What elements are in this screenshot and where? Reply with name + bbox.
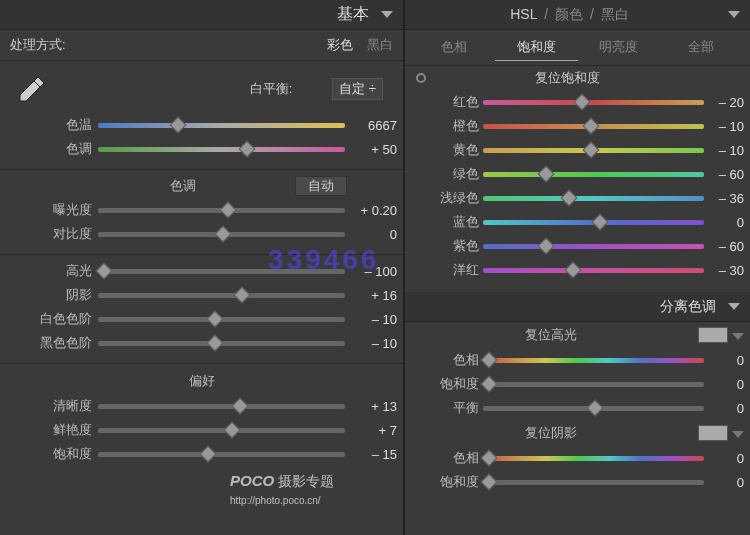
hsl-color-label: 红色 xyxy=(411,93,483,111)
whites-slider[interactable] xyxy=(98,311,345,327)
split-hi-sat-slider[interactable] xyxy=(483,376,704,392)
blacks-slider[interactable] xyxy=(98,335,345,351)
treatment-bw[interactable]: 黑白 xyxy=(367,37,393,52)
treatment-color[interactable]: 彩色 xyxy=(327,37,353,52)
clarity-label: 清晰度 xyxy=(6,397,98,415)
temp-value[interactable]: 6667 xyxy=(345,118,397,133)
split-lo-hue-value[interactable]: 0 xyxy=(704,451,744,466)
wb-section: 白平衡: 自定 ÷ 色温 6667 色调 + 50 xyxy=(0,61,403,170)
split-hi-sat-label: 饱和度 xyxy=(411,375,483,393)
shadows-value[interactable]: + 16 xyxy=(345,288,397,303)
tone-header: 色调 xyxy=(6,177,295,195)
hsl-tab[interactable]: HSL xyxy=(510,6,537,22)
hsl-color-value[interactable]: 0 xyxy=(704,215,744,230)
blacks-value[interactable]: – 10 xyxy=(345,336,397,351)
hsl-color-label: 绿色 xyxy=(411,165,483,183)
highlight-swatch[interactable] xyxy=(698,327,728,343)
hsl-color-slider[interactable] xyxy=(483,142,704,158)
clarity-value[interactable]: + 13 xyxy=(345,399,397,414)
vibrance-value[interactable]: + 7 xyxy=(345,423,397,438)
chevron-down-icon[interactable] xyxy=(732,431,744,438)
saturation-value[interactable]: – 15 xyxy=(345,447,397,462)
shadows-slider[interactable] xyxy=(98,287,345,303)
wb-select[interactable]: 自定 ÷ xyxy=(332,78,383,100)
hsl-color-value[interactable]: – 10 xyxy=(704,143,744,158)
split-tone-title: 分离色调 xyxy=(660,298,716,316)
split-balance-label: 平衡 xyxy=(411,399,483,417)
hsl-color-slider[interactable] xyxy=(483,94,704,110)
split-lo-sat-slider[interactable] xyxy=(483,474,704,490)
split-hi-sat-value[interactable]: 0 xyxy=(704,377,744,392)
contrast-value[interactable]: 0 xyxy=(345,227,397,242)
tint-label: 色调 xyxy=(6,140,98,158)
hsl-color-slider[interactable] xyxy=(483,118,704,134)
tab-saturation[interactable]: 饱和度 xyxy=(495,34,577,61)
split-balance-value[interactable]: 0 xyxy=(704,401,744,416)
hsl-color-value[interactable]: – 36 xyxy=(704,191,744,206)
color-tab[interactable]: 颜色 xyxy=(555,6,583,22)
split-lo-sat-label: 饱和度 xyxy=(411,473,483,491)
exposure-slider[interactable] xyxy=(98,202,345,218)
hsl-color-value[interactable]: – 60 xyxy=(704,239,744,254)
hsl-color-label: 洋红 xyxy=(411,261,483,279)
hsl-color-label: 橙色 xyxy=(411,117,483,135)
hsl-color-value[interactable]: – 10 xyxy=(704,119,744,134)
split-lo-hue-slider[interactable] xyxy=(483,450,704,466)
split-hi-hue-slider[interactable] xyxy=(483,352,704,368)
hsl-color-value[interactable]: – 30 xyxy=(704,263,744,278)
panel-title: 基本 xyxy=(337,4,369,25)
highlights-value[interactable]: – 100 xyxy=(345,264,397,279)
shadow-swatch[interactable] xyxy=(698,425,728,441)
tab-luminance[interactable]: 明亮度 xyxy=(578,34,660,61)
treatment-label: 处理方式: xyxy=(10,36,66,54)
hsl-subtabs: 色相 饱和度 明亮度 全部 xyxy=(405,30,750,66)
presence-section: 偏好 清晰度 + 13 鲜艳度 + 7 饱和度 – 15 xyxy=(0,364,403,474)
hsl-color-label: 浅绿色 xyxy=(411,189,483,207)
split-lo-label[interactable]: 复位阴影 xyxy=(411,424,690,442)
saturation-slider[interactable] xyxy=(98,446,345,462)
whites-value[interactable]: – 10 xyxy=(345,312,397,327)
split-lo-sat-value[interactable]: 0 xyxy=(704,475,744,490)
hsl-panel-header[interactable]: HSL / 颜色 / 黑白 xyxy=(405,0,750,30)
wb-label: 白平衡: xyxy=(250,80,293,98)
target-adjust-icon[interactable] xyxy=(411,73,431,83)
vibrance-label: 鲜艳度 xyxy=(6,421,98,439)
tab-hue[interactable]: 色相 xyxy=(413,34,495,61)
basic-panel-header[interactable]: 基本 xyxy=(0,0,403,30)
temp-slider[interactable] xyxy=(98,117,345,133)
hsl-color-value[interactable]: – 60 xyxy=(704,167,744,182)
auto-button[interactable]: 自动 xyxy=(295,176,347,196)
tint-slider[interactable] xyxy=(98,141,345,157)
split-lo-hue-label: 色相 xyxy=(411,449,483,467)
tint-value[interactable]: + 50 xyxy=(345,142,397,157)
vibrance-slider[interactable] xyxy=(98,422,345,438)
bw-tab[interactable]: 黑白 xyxy=(601,6,629,22)
split-hi-label[interactable]: 复位高光 xyxy=(411,326,690,344)
clarity-slider[interactable] xyxy=(98,398,345,414)
collapse-icon[interactable] xyxy=(381,11,393,18)
highlights-slider[interactable] xyxy=(98,263,345,279)
hsl-color-label: 蓝色 xyxy=(411,213,483,231)
hsl-color-slider[interactable] xyxy=(483,166,704,182)
hsl-color-slider[interactable] xyxy=(483,190,704,206)
exposure-value[interactable]: + 0.20 xyxy=(345,203,397,218)
collapse-icon[interactable] xyxy=(728,11,740,18)
shadows-label: 阴影 xyxy=(6,286,98,304)
sat-reset-label[interactable]: 复位饱和度 xyxy=(431,69,704,87)
temp-label: 色温 xyxy=(6,116,98,134)
split-tone-header[interactable]: 分离色调 xyxy=(405,292,750,322)
hsl-color-slider[interactable] xyxy=(483,262,704,278)
saturation-label: 饱和度 xyxy=(6,445,98,463)
exposure-label: 曝光度 xyxy=(6,201,98,219)
split-hi-hue-value[interactable]: 0 xyxy=(704,353,744,368)
split-balance-slider[interactable] xyxy=(483,400,704,416)
hsl-color-slider[interactable] xyxy=(483,214,704,230)
tab-all[interactable]: 全部 xyxy=(660,34,742,61)
collapse-icon[interactable] xyxy=(728,303,740,310)
contrast-slider[interactable] xyxy=(98,226,345,242)
eyedropper-icon[interactable] xyxy=(12,69,52,109)
hsl-color-label: 紫色 xyxy=(411,237,483,255)
hsl-color-slider[interactable] xyxy=(483,238,704,254)
chevron-down-icon[interactable] xyxy=(732,333,744,340)
hsl-color-value[interactable]: – 20 xyxy=(704,95,744,110)
